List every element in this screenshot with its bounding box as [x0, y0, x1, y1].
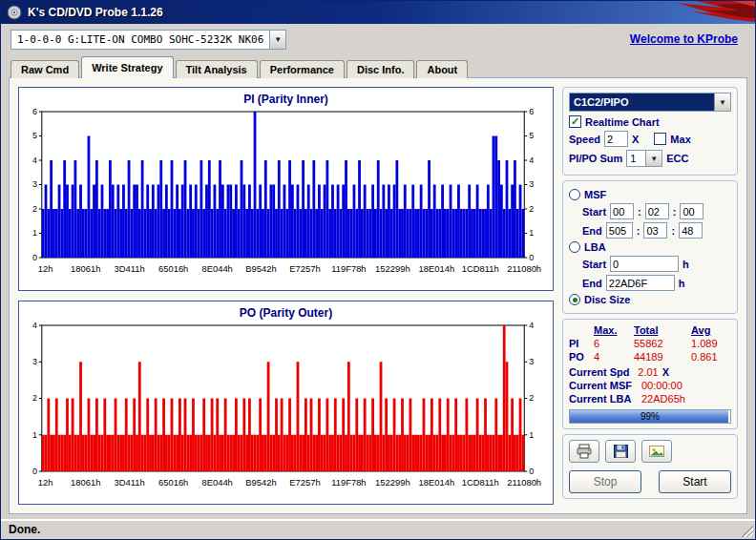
- svg-text:2: 2: [32, 204, 37, 214]
- tab-performance[interactable]: Performance: [260, 60, 345, 78]
- msf-start-label: Start: [582, 206, 606, 218]
- kprobe-logo-icon: [648, 1, 755, 30]
- msf-end-min[interactable]: [606, 222, 633, 239]
- svg-text:6: 6: [529, 107, 534, 116]
- svg-text:1: 1: [529, 430, 534, 440]
- svg-text:119F78h: 119F78h: [331, 263, 366, 274]
- pipo-sum-value: 1: [627, 151, 645, 166]
- svg-text:2: 2: [529, 393, 534, 403]
- svg-text:1: 1: [32, 228, 37, 238]
- speed-label: Speed: [569, 134, 600, 145]
- po-chart: 001122334412h18061h3D411h65016h8E044hB95…: [21, 321, 551, 496]
- welcome-link[interactable]: Welcome to KProbe: [630, 32, 738, 46]
- msf-label: MSF: [584, 189, 606, 200]
- svg-text:4: 4: [32, 321, 37, 330]
- chevron-down-icon[interactable]: ▼: [714, 93, 730, 111]
- progress-bar: 99%: [569, 409, 731, 424]
- svg-text:18E014h: 18E014h: [419, 263, 455, 274]
- pipo-sum-label: PI/PO Sum: [569, 153, 622, 164]
- pipo-sum-unit: ECC: [666, 153, 688, 164]
- speed-unit: X: [632, 134, 639, 145]
- tab-about[interactable]: About: [416, 60, 468, 78]
- svg-text:4: 4: [529, 321, 534, 330]
- pipo-sum-combo[interactable]: 1 ▼: [626, 150, 662, 167]
- chevron-down-icon[interactable]: ▼: [269, 31, 285, 49]
- lba-end-unit: h: [679, 278, 685, 289]
- svg-text:6: 6: [32, 107, 37, 116]
- msf-separator: :: [638, 206, 641, 218]
- svg-text:211080h: 211080h: [507, 263, 541, 274]
- speed-input[interactable]: [604, 131, 628, 147]
- progress-label: 99%: [570, 410, 730, 423]
- tab-raw-cmd[interactable]: Raw Cmd: [10, 60, 79, 78]
- svg-text:5: 5: [32, 131, 37, 140]
- lba-start-input[interactable]: [610, 256, 679, 272]
- tab-tilt-analysis[interactable]: Tilt Analysis: [176, 60, 258, 78]
- stats-row-po-label: PO: [569, 351, 592, 363]
- msf-end-frame[interactable]: [679, 222, 703, 239]
- drive-select-value: 1-0-0-0 G:LITE-ON COMBO SOHC-5232K NK06: [11, 31, 269, 49]
- svg-text:4: 4: [32, 156, 37, 165]
- mode-combo[interactable]: C1C2/PIPO ▼: [569, 93, 731, 112]
- svg-text:2: 2: [32, 393, 37, 403]
- current-msf-value: 00:00:00: [641, 380, 682, 391]
- stop-button[interactable]: Stop: [569, 470, 641, 493]
- msf-separator: :: [673, 206, 677, 218]
- save-button[interactable]: [605, 440, 636, 463]
- tab-disc-info[interactable]: Disc Info.: [346, 60, 415, 78]
- svg-text:E7257h: E7257h: [289, 263, 320, 274]
- current-spd-label: Current Spd: [569, 366, 638, 378]
- resize-grip[interactable]: [742, 526, 753, 537]
- pi-max-value: 6: [594, 338, 632, 349]
- charts-column: PI (Parity Inner) 0011223344556612h18061…: [18, 87, 554, 505]
- po-avg-value: 0.861: [691, 351, 731, 363]
- svg-text:0: 0: [529, 467, 534, 476]
- svg-text:119F78h: 119F78h: [331, 477, 366, 488]
- msf-separator: :: [637, 225, 640, 237]
- tab-strip: Raw Cmd Write Strategy Tilt Analysis Per…: [1, 54, 755, 77]
- snapshot-button[interactable]: [641, 440, 672, 463]
- svg-text:3: 3: [32, 357, 37, 366]
- svg-text:8E044h: 8E044h: [201, 263, 232, 274]
- svg-text:12h: 12h: [38, 263, 53, 274]
- msf-radio[interactable]: [569, 189, 580, 200]
- svg-text:2: 2: [529, 204, 534, 214]
- print-button[interactable]: [569, 440, 599, 463]
- lba-end-input[interactable]: [606, 275, 675, 291]
- lba-start-unit: h: [682, 259, 689, 270]
- svg-text:3: 3: [529, 179, 534, 189]
- svg-text:12h: 12h: [38, 477, 53, 488]
- msf-end-label: End: [582, 225, 602, 237]
- lba-radio[interactable]: [569, 241, 580, 253]
- app-icon: [7, 5, 22, 20]
- mode-combo-value: C1C2/PIPO: [570, 93, 714, 111]
- drive-select-combo[interactable]: 1-0-0-0 G:LITE-ON COMBO SOHC-5232K NK06 …: [10, 30, 286, 50]
- status-bar: Done.: [1, 519, 755, 539]
- msf-end-sec[interactable]: [643, 222, 667, 239]
- status-text: Done.: [1, 523, 48, 536]
- chevron-down-icon[interactable]: ▼: [645, 151, 662, 166]
- snapshot-icon: [648, 444, 665, 459]
- tab-write-strategy[interactable]: Write Strategy: [81, 56, 173, 78]
- start-button[interactable]: Start: [659, 470, 731, 493]
- max-speed-checkbox[interactable]: ✓: [654, 133, 666, 145]
- svg-text:18E014h: 18E014h: [419, 477, 455, 488]
- stats-table: Max. Total Avg PI 6 55862 1.089 PO 4 441…: [569, 324, 731, 363]
- msf-separator: :: [671, 225, 675, 237]
- svg-text:65016h: 65016h: [158, 477, 188, 488]
- svg-text:B9542h: B9542h: [245, 477, 276, 488]
- svg-text:8E044h: 8E044h: [201, 477, 232, 488]
- svg-text:1: 1: [529, 228, 534, 238]
- msf-start-sec[interactable]: [645, 203, 669, 219]
- msf-start-min[interactable]: [610, 203, 634, 219]
- toolbar: 1-0-0-0 G:LITE-ON COMBO SOHC-5232K NK06 …: [1, 24, 755, 54]
- range-group: MSF Start : : End : :: [562, 180, 738, 314]
- svg-text:3D411h: 3D411h: [115, 477, 145, 488]
- current-spd-value: 2.01: [638, 366, 658, 378]
- current-spd-unit: X: [662, 366, 731, 378]
- svg-text:3D411h: 3D411h: [115, 263, 145, 274]
- realtime-chart-checkbox[interactable]: ✓: [569, 115, 581, 128]
- svg-text:18061h: 18061h: [71, 263, 100, 274]
- disc-size-radio[interactable]: [569, 294, 580, 305]
- msf-start-frame[interactable]: [680, 203, 704, 219]
